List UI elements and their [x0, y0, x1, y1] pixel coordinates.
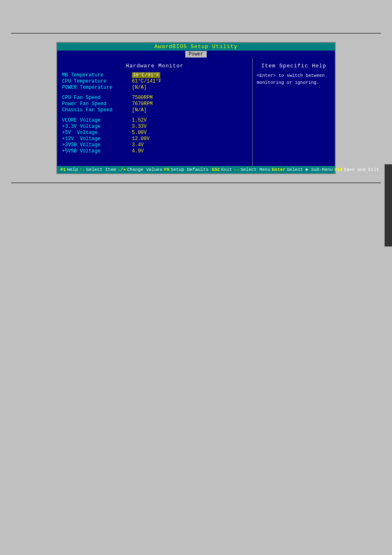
menu-power[interactable]: Power [185, 51, 207, 58]
footer-f5: F5 Setup Defaults [164, 167, 209, 172]
bios-title-bar: AwardBIOS Setup Utility [57, 43, 335, 51]
v12-label: +12V Voltage [62, 136, 132, 142]
label-select-menu: Select Menu [240, 167, 270, 172]
footer-minus-plus: -/+ Change Values [118, 167, 162, 172]
footer-esc: ESC Exit [212, 167, 232, 172]
v5-label: +5V Voltage [62, 130, 132, 136]
key-esc: ESC [212, 167, 220, 172]
label-exit: Exit [221, 167, 232, 172]
cpu-fan-row: CPU Fan Speed 7500RPM [62, 95, 247, 101]
bios-window: AwardBIOS Setup Utility Power Hardware M… [56, 42, 336, 174]
power-fan-label: Power Fan Speed [62, 101, 132, 107]
bottom-divider [11, 182, 381, 183]
v5-value: 5.00V [132, 130, 147, 136]
top-divider [11, 33, 381, 34]
key-f10: F10 [334, 167, 343, 172]
footer-leftright: ←→ Select Menu [234, 167, 270, 172]
v5-row: +5V Voltage 5.00V [62, 130, 247, 136]
label-setup-defaults: Setup Defaults [171, 167, 208, 172]
footer-f1: F1 Help [60, 167, 78, 172]
v33-value: 3.33V [132, 124, 147, 129]
side-panel-title: Item Specific Help [257, 61, 331, 72]
cpu-temp-value: 61°C/141°F [132, 78, 161, 84]
right-sidebar [385, 164, 392, 246]
mb-temp-value[interactable]: 38°C/91°F [132, 72, 160, 78]
key-updown: ↑↓ [80, 167, 85, 172]
main-panel: Hardware Monitor MB Temperature 38°C/91°… [57, 58, 253, 166]
gap1 [62, 91, 247, 95]
vcore-row: VCORE Voltage 1.52V [62, 117, 247, 123]
side-panel: Item Specific Help <Enter> to switch bet… [253, 58, 335, 166]
gap4 [62, 159, 247, 163]
v12-value: 12.00V [132, 136, 150, 142]
v3vsb-label: +3VSB Voltage [62, 142, 132, 148]
gap2 [62, 113, 247, 117]
chassis-fan-value: [N/A] [132, 107, 147, 113]
power-temp-row: POWER Temperature [N/A] [62, 85, 247, 90]
v33-label: +3.3V Voltage [62, 124, 132, 129]
power-temp-value: [N/A] [132, 85, 147, 90]
mb-temp-label: MB Temperature [62, 72, 132, 78]
v5vsb-label: +5VSB Voltage [62, 148, 132, 154]
power-fan-value: 7670RPM [132, 101, 152, 107]
v5vsb-row: +5VSB Voltage 4.9V [62, 148, 247, 154]
cpu-temp-row: CPU Temperature 61°C/141°F [62, 78, 247, 84]
label-select-submenu: Select ► Sub-Menu [287, 167, 333, 172]
footer-enter: Enter Select ► Sub-Menu [272, 167, 333, 172]
footer-f10: F10 Save and Exit [334, 167, 379, 172]
power-temp-label: POWER Temperature [62, 85, 132, 90]
main-panel-title: Hardware Monitor [62, 61, 247, 72]
v3vsb-value: 3.4V [132, 142, 144, 148]
help-text: <Enter> to switch between monitoring or … [257, 72, 331, 86]
key-minus-plus: -/+ [118, 167, 126, 172]
chassis-fan-label: Chassis Fan Speed [62, 107, 132, 113]
mb-temp-row: MB Temperature 38°C/91°F [62, 72, 247, 78]
cpu-fan-label: CPU Fan Speed [62, 95, 132, 101]
bios-title: AwardBIOS Setup Utility [154, 44, 238, 50]
vcore-value: 1.52V [132, 117, 147, 123]
v3vsb-row: +3VSB Voltage 3.4V [62, 142, 247, 148]
vcore-label: VCORE Voltage [62, 117, 132, 123]
menu-bar: Power [57, 51, 335, 58]
footer-bar: F1 Help ↑↓ Select Item -/+ Change Values… [57, 166, 335, 173]
content-area: Hardware Monitor MB Temperature 38°C/91°… [57, 58, 335, 166]
key-enter: Enter [272, 167, 286, 172]
cpu-temp-label: CPU Temperature [62, 78, 132, 84]
key-leftright: ←→ [234, 167, 239, 172]
footer-arrows: ↑↓ Select Item [80, 167, 116, 172]
v5vsb-value: 4.9V [132, 148, 144, 154]
gap3 [62, 154, 247, 159]
cpu-fan-value: 7500RPM [132, 95, 152, 101]
label-help: Help [67, 167, 78, 172]
label-save-exit: Save and Exit [344, 167, 379, 172]
key-f1: F1 [60, 167, 66, 172]
v12-row: +12V Voltage 12.00V [62, 136, 247, 142]
label-change-values: Change Values [127, 167, 162, 172]
key-f5: F5 [164, 167, 169, 172]
v33-row: +3.3V Voltage 3.33V [62, 124, 247, 129]
label-select-item: Select Item [86, 167, 116, 172]
power-fan-row: Power Fan Speed 7670RPM [62, 101, 247, 107]
chassis-fan-row: Chassis Fan Speed [N/A] [62, 107, 247, 113]
